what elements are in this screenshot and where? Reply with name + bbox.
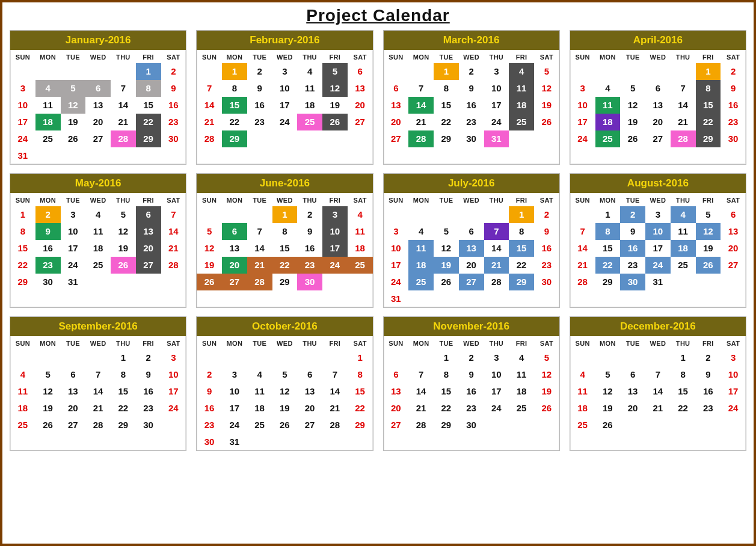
day-cell: 17 xyxy=(272,97,298,114)
day-cell: 22 xyxy=(434,400,459,417)
day-cell: 10 xyxy=(61,223,86,240)
day-cell: 2 xyxy=(721,63,746,80)
day-cell: 1 xyxy=(671,349,696,366)
day-cell: 31 xyxy=(222,434,247,450)
day-cell: 23 xyxy=(696,400,721,417)
day-cell: 19 xyxy=(434,257,459,274)
empty-cell xyxy=(645,349,671,366)
day-cell: 19 xyxy=(595,400,621,417)
calendar-frame: Project Calendar January-2016SUNMONTUEWE… xyxy=(1,1,755,545)
day-cell: 23 xyxy=(534,257,559,274)
dow-label: TUE xyxy=(247,336,272,349)
dow-row: SUNMONTUEWEDTHUFRISAT xyxy=(10,193,186,206)
day-cell: 1 xyxy=(111,349,136,366)
empty-cell xyxy=(222,349,247,366)
day-cell: 21 xyxy=(484,257,509,274)
day-cell: 14 xyxy=(247,240,272,257)
day-cell: 21 xyxy=(645,400,671,417)
day-cell: 11 xyxy=(348,223,373,240)
day-cell: 25 xyxy=(595,130,621,147)
day-cell: 11 xyxy=(509,80,534,97)
dow-label: THU xyxy=(671,193,696,206)
day-cell: 17 xyxy=(484,383,509,400)
day-cell: 25 xyxy=(570,417,595,434)
day-cell: 10 xyxy=(570,97,595,114)
day-cell: 2 xyxy=(136,349,161,366)
dow-label: FRI xyxy=(509,50,534,63)
dow-label: FRI xyxy=(136,193,161,206)
day-cell: 3 xyxy=(721,349,746,366)
days-grid: 1234567891011121314151617181920212223242… xyxy=(570,206,746,290)
day-cell: 21 xyxy=(247,257,272,274)
dow-label: MON xyxy=(595,50,621,63)
dow-label: SUN xyxy=(384,336,409,349)
day-cell: 29 xyxy=(136,130,161,147)
day-cell: 24 xyxy=(484,400,509,417)
days-grid: 1234567891011121314151617181920212223242… xyxy=(570,349,746,434)
dow-label: WED xyxy=(272,193,298,206)
day-cell: 15 xyxy=(671,383,696,400)
empty-cell xyxy=(595,349,621,366)
day-cell: 27 xyxy=(645,130,671,147)
dow-label: THU xyxy=(484,50,509,63)
day-cell: 2 xyxy=(197,366,222,383)
day-cell: 18 xyxy=(10,400,35,417)
day-cell: 29 xyxy=(10,274,35,290)
day-cell: 1 xyxy=(595,206,621,223)
empty-cell xyxy=(61,349,86,366)
empty-cell xyxy=(222,206,247,223)
day-cell: 6 xyxy=(348,63,373,80)
day-cell: 24 xyxy=(161,400,186,417)
day-cell: 2 xyxy=(620,206,645,223)
dow-label: SAT xyxy=(534,336,559,349)
day-cell: 16 xyxy=(620,240,645,257)
dow-label: FRI xyxy=(136,50,161,63)
month-block: October-2016SUNMONTUEWEDTHUFRISAT1234567… xyxy=(196,316,373,451)
dow-label: TUE xyxy=(61,193,86,206)
dow-row: SUNMONTUEWEDTHUFRISAT xyxy=(384,193,559,206)
dow-label: WED xyxy=(85,193,111,206)
day-cell: 29 xyxy=(222,130,247,147)
day-cell: 4 xyxy=(671,206,696,223)
day-cell: 3 xyxy=(322,206,348,223)
day-cell: 21 xyxy=(197,114,222,130)
empty-cell xyxy=(197,349,222,366)
day-cell: 9 xyxy=(459,80,484,97)
day-cell: 12 xyxy=(111,223,136,240)
day-cell: 18 xyxy=(85,240,111,257)
empty-cell xyxy=(459,206,484,223)
dow-label: WED xyxy=(459,336,484,349)
day-cell: 29 xyxy=(434,417,459,434)
day-cell: 6 xyxy=(384,80,409,97)
day-cell: 5 xyxy=(197,223,222,240)
month-header: April-2016 xyxy=(570,31,746,50)
dow-label: SAT xyxy=(534,50,559,63)
day-cell: 3 xyxy=(384,223,409,240)
day-cell: 3 xyxy=(484,349,509,366)
day-cell: 9 xyxy=(696,366,721,383)
day-cell: 28 xyxy=(484,274,509,290)
day-cell: 30 xyxy=(459,417,484,434)
day-cell: 9 xyxy=(247,80,272,97)
day-cell: 11 xyxy=(35,97,61,114)
day-cell: 26 xyxy=(322,114,348,130)
day-cell: 13 xyxy=(61,383,86,400)
dow-label: THU xyxy=(484,193,509,206)
day-cell: 17 xyxy=(322,240,348,257)
day-cell: 29 xyxy=(111,417,136,434)
day-cell: 19 xyxy=(534,383,559,400)
dow-label: FRI xyxy=(322,193,348,206)
month-header: November-2016 xyxy=(384,317,559,336)
day-cell: 14 xyxy=(484,240,509,257)
day-cell: 28 xyxy=(161,257,186,274)
dow-label: SAT xyxy=(721,193,746,206)
empty-cell xyxy=(408,206,434,223)
day-cell: 20 xyxy=(721,240,746,257)
day-cell: 18 xyxy=(35,114,61,130)
day-cell: 29 xyxy=(272,274,298,290)
month-block: May-2016SUNMONTUEWEDTHUFRISAT12345678910… xyxy=(10,173,186,308)
dow-label: THU xyxy=(671,336,696,349)
day-cell: 20 xyxy=(61,400,86,417)
empty-cell xyxy=(35,63,61,80)
day-cell: 30 xyxy=(534,274,559,290)
